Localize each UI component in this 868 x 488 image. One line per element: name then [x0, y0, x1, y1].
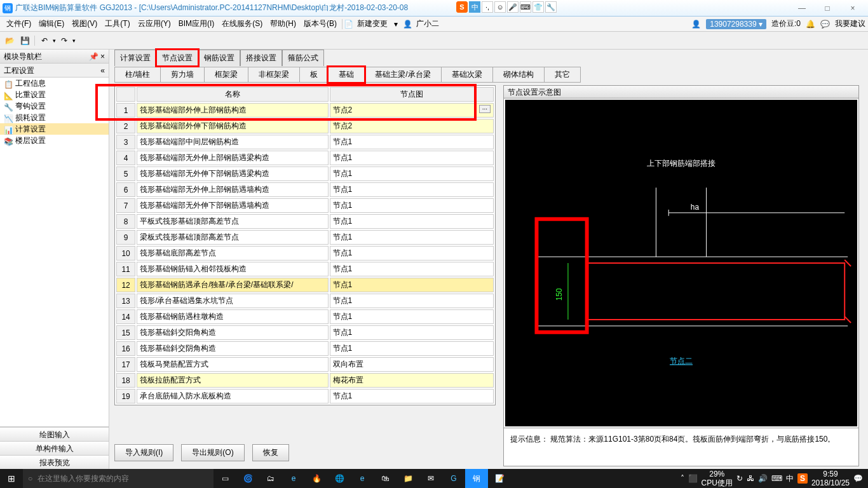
tray-vol-icon[interactable]: 🔊	[758, 474, 768, 483]
panel-pin-icon[interactable]: 📌 ×	[89, 50, 105, 64]
app1-icon[interactable]: 🌀	[236, 469, 259, 488]
redo-icon[interactable]: ↷	[57, 34, 71, 48]
tray-up-icon[interactable]: ˄	[681, 474, 684, 483]
nav-item[interactable]: 📉损耗设置	[0, 112, 109, 123]
undo-icon[interactable]: ↶	[37, 34, 51, 48]
ime-emoji-icon[interactable]: ☺	[494, 1, 506, 13]
task-view-icon[interactable]: ▭	[214, 469, 236, 488]
import-rule-button[interactable]: 导入规则(I)	[114, 444, 173, 461]
menu-cloud[interactable]: 云应用(Y)	[134, 18, 175, 29]
ime-keyboard-icon[interactable]: ⌨	[520, 1, 531, 13]
table-row[interactable]: 9梁板式筏形基础顶部高差节点节点1	[116, 230, 494, 245]
table-row[interactable]: 14筏形基础钢筋遇柱墩构造节点1	[116, 309, 494, 324]
user-label[interactable]: 广小二	[412, 18, 443, 29]
category-tab[interactable]: 框架梁	[204, 67, 248, 83]
draw-input-button[interactable]: 绘图输入	[0, 427, 109, 441]
category-tab[interactable]: 基础次梁	[441, 67, 493, 83]
table-row[interactable]: 8平板式筏形基础顶部高差节点节点1	[116, 214, 494, 229]
category-tab[interactable]: 柱/墙柱	[114, 67, 161, 83]
table-row[interactable]: 13筏形/承台基础遇集水坑节点节点1	[116, 294, 494, 308]
category-tab[interactable]: 非框架梁	[248, 67, 300, 83]
category-tab[interactable]: 基础	[328, 67, 365, 83]
menu-tools[interactable]: 工具(T)	[101, 18, 133, 29]
table-row[interactable]: 19承台底筋锚入防水底板构造节点1	[116, 389, 494, 403]
close-button[interactable]: ×	[840, 2, 865, 15]
settings-tab[interactable]: 搭接设置	[240, 50, 282, 66]
table-row[interactable]: 2筏形基础端部外伸下部钢筋构造节点2	[116, 119, 494, 133]
save-icon[interactable]: 💾	[18, 34, 32, 48]
tray-ime-icon[interactable]: 中	[786, 473, 794, 484]
settings-tab[interactable]: 节点设置	[156, 50, 198, 66]
settings-tab[interactable]: 计算设置	[114, 50, 156, 66]
mail-icon[interactable]: ✉	[419, 469, 442, 488]
category-tab[interactable]: 板	[299, 67, 329, 83]
table-row[interactable]: 7筏形基础端部无外伸下部钢筋遇墙构造节点1	[116, 198, 494, 213]
menu-version[interactable]: 版本号(B)	[300, 18, 341, 29]
table-row[interactable]: 1筏形基础端部外伸上部钢筋构造节点2···	[116, 103, 494, 118]
app3-icon[interactable]: 🔥	[305, 469, 328, 488]
table-row[interactable]: 5筏形基础端部无外伸下部钢筋遇梁构造节点1	[116, 166, 494, 181]
phone-badge[interactable]: 13907298339 ▾	[706, 19, 766, 29]
menu-view[interactable]: 视图(V)	[68, 18, 101, 29]
table-row[interactable]: 15筏形基础斜交阳角构造节点1	[116, 325, 494, 340]
table-row[interactable]: 3筏形基础端部中间层钢筋构造节点1	[116, 135, 494, 149]
app5-icon[interactable]: G	[442, 469, 465, 488]
tray-app-icon[interactable]: ⬛	[688, 474, 698, 483]
tray-key-icon[interactable]: ⌨	[771, 474, 782, 483]
ime-punct-icon[interactable]: ·,	[482, 1, 493, 13]
explorer-icon[interactable]: 📁	[397, 469, 419, 488]
table-row[interactable]: 4筏形基础端部无外伸上部钢筋遇梁构造节点1	[116, 151, 494, 165]
clock[interactable]: 9:592018/10/25	[811, 470, 850, 488]
edge-icon[interactable]: e	[282, 469, 305, 488]
single-input-button[interactable]: 单构件输入	[0, 441, 109, 455]
category-tab[interactable]: 基础主梁/承台梁	[364, 67, 441, 83]
nav-item[interactable]: 📚楼层设置	[0, 135, 109, 146]
maximize-button[interactable]: □	[815, 2, 840, 15]
collapse-icon[interactable]: «	[100, 64, 105, 77]
table-row[interactable]: 16筏形基础斜交阴角构造节点1	[116, 341, 494, 356]
tray-sogou-icon[interactable]: S	[797, 473, 808, 484]
taskbar-search[interactable]: ○ 在这里输入你要搜索的内容	[23, 469, 214, 488]
app2-icon[interactable]: 🗂	[259, 469, 282, 488]
settings-tab[interactable]: 钢筋设置	[198, 50, 240, 66]
ime-sogou-icon[interactable]: S	[456, 1, 468, 13]
ime-zhong-icon[interactable]: 中	[469, 1, 480, 13]
notification-icon[interactable]: 💬	[853, 474, 863, 483]
menu-online[interactable]: 在线服务(S)	[218, 18, 266, 29]
nav-item[interactable]: 📋工程信息	[0, 78, 109, 89]
settings-tab[interactable]: 箍筋公式	[282, 50, 324, 66]
table-row[interactable]: 6筏形基础端部无外伸上部钢筋遇墙构造节点1	[116, 182, 494, 197]
start-button[interactable]: ⊞	[0, 469, 23, 488]
tray-net-icon[interactable]: 🖧	[747, 474, 754, 483]
ellipsis-button[interactable]: ···	[479, 105, 491, 113]
bell-icon[interactable]: 🔔	[806, 20, 815, 29]
table-row[interactable]: 17筏板马凳筋配置方式双向布置	[116, 357, 494, 372]
table-row[interactable]: 18筏板拉筋配置方式梅花布置	[116, 373, 494, 388]
ime-skin-icon[interactable]: 👕	[532, 1, 544, 13]
report-preview-button[interactable]: 报表预览	[0, 455, 109, 469]
menu-file[interactable]: 文件(F)	[3, 18, 35, 29]
open-icon[interactable]: 📂	[3, 34, 17, 48]
nav-item[interactable]: 📐比重设置	[0, 89, 109, 100]
store-icon[interactable]: 🛍	[374, 469, 397, 488]
export-rule-button[interactable]: 导出规则(O)	[181, 444, 244, 461]
ime-tool-icon[interactable]: 🔧	[545, 1, 557, 13]
ime-mic-icon[interactable]: 🎤	[507, 1, 519, 13]
table-row[interactable]: 10筏形基础底部高差节点节点1	[116, 246, 494, 261]
new-change-button[interactable]: 新建变更	[353, 18, 391, 29]
menu-help[interactable]: 帮助(H)	[266, 18, 300, 29]
category-tab[interactable]: 剪力墙	[160, 67, 205, 83]
nav-item[interactable]: 🔧弯钩设置	[0, 100, 109, 112]
category-tab[interactable]: 砌体结构	[492, 67, 545, 83]
ggj-icon[interactable]: 钢	[465, 469, 488, 488]
table-row[interactable]: 11筏形基础钢筋锚入相邻筏板构造节点1	[116, 262, 494, 276]
menu-edit[interactable]: 编辑(E)	[35, 18, 68, 29]
restore-button[interactable]: 恢复	[252, 444, 289, 461]
minimize-button[interactable]: —	[789, 2, 815, 15]
menu-bim[interactable]: BIM应用(I)	[175, 18, 219, 29]
app6-icon[interactable]: 📝	[488, 469, 511, 488]
ie-icon[interactable]: e	[351, 469, 374, 488]
category-tab[interactable]: 其它	[544, 67, 581, 83]
nav-item[interactable]: 📊计算设置	[0, 123, 109, 135]
suggest-link[interactable]: 我要建议	[835, 18, 865, 29]
